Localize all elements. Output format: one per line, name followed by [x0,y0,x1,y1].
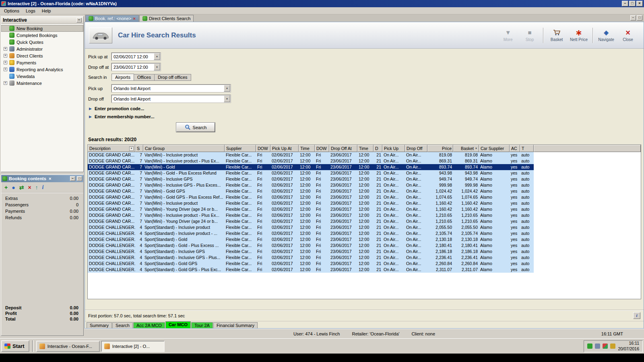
bottom-tab-car-mco[interactable]: Car MCO [165,321,191,328]
bottom-tab-financial-summary[interactable]: Financial Summary [213,322,258,328]
search-in-offices[interactable]: Offices [134,74,155,81]
tray-printer-icon[interactable] [595,343,600,349]
bottom-tab-tour-2a[interactable]: Tour 2A [191,322,213,328]
column-header-ac[interactable]: AC [510,145,520,152]
table-row[interactable]: DODGE CHALLENGER...4Sport(Standard) - Go… [88,243,641,249]
booking-promote-button[interactable]: ↑ [35,185,38,190]
table-row[interactable]: DODGE GRAND CAR...7Van(Mini) - Young Dri… [88,206,641,212]
table-row[interactable]: DODGE GRAND CAR...7Van(Mini) - Young Dri… [88,218,641,224]
promo-code-expander[interactable]: Enter promotion code... [89,105,644,111]
table-row[interactable]: DODGE GRAND CAR...7Van(Mini) - Inclusive… [88,200,641,206]
sidebar-item-maintenance[interactable]: +Maintenance [1,80,83,86]
panel-collapse-button[interactable] [76,18,82,23]
table-row[interactable]: DODGE GRAND CAR...7Van(Mini) - Inclusive… [88,176,641,182]
search-in-airports[interactable]: Airports [111,74,134,81]
table-row[interactable]: DODGE CHALLENGER...4Sport(Standard) - In… [88,255,641,261]
table-row[interactable]: DODGE CHALLENGER...4Sport(Standard) - Go… [88,267,641,273]
column-header-supplier[interactable]: Supplier [225,145,256,152]
sidebar-item-quick-quotes[interactable]: Quick Quotes [1,39,83,45]
booking-delete-button[interactable]: × [28,185,31,190]
column-header-dow[interactable]: DOW [315,145,329,152]
doc-tab-book-ref-none[interactable]: Book. ref.: <none>× [85,15,139,22]
column-header-pick-up[interactable]: Pick Up [382,145,405,152]
table-row[interactable]: DODGE CHALLENGER...4Sport(Standard) - In… [88,224,641,230]
close-tab-icon[interactable]: × [133,16,136,21]
expand-plus-icon[interactable]: + [4,81,7,85]
toolbar-close-button[interactable]: ×Close [619,29,636,42]
table-row[interactable]: DODGE CHALLENGER...4Sport(Standard) - Go… [88,261,641,267]
expand-plus-icon[interactable]: + [4,54,7,58]
column-header-time[interactable]: Time [299,145,315,152]
booking-minimize-button[interactable] [70,176,75,181]
menu-logs[interactable]: Logs [23,8,39,14]
tray-network-icon[interactable] [587,343,592,349]
search-in-drop-off-offices[interactable]: Drop off offices [155,74,191,81]
menu-help[interactable]: Help [39,8,54,14]
tray-volume-icon[interactable] [610,343,615,349]
bottom-tab-summary[interactable]: Summary [87,322,112,328]
table-row[interactable]: DODGE CHALLENGER...4Sport(Standard) - In… [88,230,641,237]
table-row[interactable]: DODGE CHALLENGER...4Sport(Standard) - Go… [88,237,641,243]
chevron-down-icon[interactable] [154,53,160,60]
table-row[interactable]: DODGE GRAND CAR...7Van(Mini) - Gold GPSF… [88,188,641,194]
toolbar-nett-price-button[interactable]: ∗Nett Price [570,29,588,42]
toolbar-navigate-button[interactable]: ◈Navigate [598,29,615,42]
start-button[interactable]: Start [1,340,29,352]
maximize-button[interactable] [629,1,636,6]
sidebar-item-payments[interactable]: +Payments [1,59,83,66]
booking-info-button[interactable]: i [42,185,44,190]
booking-add-button[interactable]: + [4,185,8,190]
column-header-d[interactable]: D [374,145,382,152]
column-header-car-group[interactable]: Car Group [143,145,225,152]
booking-transfer-button[interactable]: ⇄ [19,185,24,190]
sidebar-item-reporting-and-analytics[interactable]: +Reporting and Analytics [1,66,83,73]
booking-close-icon[interactable] [49,176,51,181]
membership-expander[interactable]: Enter membership number... [89,113,644,119]
column-header-drop-off-at[interactable]: Drop Off At [329,145,357,152]
column-header-pick-up-at[interactable]: Pick Up At [270,145,299,152]
column-header-dow[interactable]: DOW [256,145,270,152]
table-row[interactable]: DODGE GRAND CAR...7Van(Mini) - Inclusive… [88,152,641,158]
expand-plus-icon[interactable]: + [4,61,7,64]
sidebar-item-completed-bookings[interactable]: Completed Bookings [1,32,83,39]
mdi-maximize-button[interactable] [637,15,642,21]
table-row[interactable]: DODGE GRAND CAR...7Van(Mini) - Gold - Pl… [88,170,641,176]
sidebar-item-administrator[interactable]: +Administrator [1,45,83,52]
sidebar-item-new-booking[interactable]: New Booking [1,25,83,32]
booking-world-button[interactable]: ● [12,185,15,190]
chevron-down-icon[interactable] [154,64,160,70]
column-header-car-supplier[interactable]: Car Supplier [479,145,510,152]
table-row[interactable]: DODGE GRAND CAR...7Van(Mini) - Inclusive… [88,212,641,218]
dropoff-at-combobox[interactable]: 23/06/2017 12:00 [111,63,161,71]
column-header-description[interactable]: Description▼ [88,145,135,152]
column-header-time[interactable]: Time [357,145,374,152]
table-row[interactable]: DODGE CHALLENGER...4Sport(Standard) - In… [88,249,641,255]
mdi-minimize-button[interactable] [630,15,636,21]
chevron-down-icon[interactable] [224,95,230,102]
booking-maximize-button[interactable] [77,176,82,181]
column-header-basket[interactable]: Basket▼ [453,145,479,152]
filter-icon[interactable]: ▼ [129,146,134,151]
sidebar-item-viewdata[interactable]: Viewdata [1,73,83,80]
toolbar-basket-button[interactable]: Basket [548,29,565,42]
table-row[interactable]: DODGE GRAND CAR...7Van(Mini) - Inclusive… [88,158,641,164]
bottom-tab-search[interactable]: Search [112,322,133,328]
close-button[interactable] [636,1,643,6]
doc-tab-direct-clients-search[interactable]: Direct Clients Search [139,15,194,22]
table-row[interactable]: DODGE GRAND CAR...7Van(Mini) - Gold GPS … [88,194,641,200]
taskbar-window-interactive-ocean-f[interactable]: Interactive - Ocean-F... [36,341,100,352]
column-header-t[interactable]: T [520,145,534,152]
expand-plus-icon[interactable]: + [4,47,7,51]
column-header-drop-off[interactable]: Drop Off [405,145,427,152]
pickup-at-combobox[interactable]: 02/06/2017 12:00 [111,53,161,60]
column-header-s[interactable]: S [135,145,143,152]
expand-plus-icon[interactable]: + [4,68,7,71]
dropoff-combobox[interactable]: Orlando Intl Airport [111,95,231,103]
sidebar-item-direct-clients[interactable]: +Direct Clients [1,52,83,59]
column-header-price[interactable]: Price [427,145,453,152]
menu-options[interactable]: Options [1,8,23,14]
table-row[interactable]: DODGE GRAND CAR...7Van(Mini) - GoldFlexi… [88,164,641,170]
tray-app-icon[interactable] [603,343,608,349]
pickup-combobox[interactable]: Orlando Intl Airport [111,84,231,92]
chevron-down-icon[interactable] [224,85,230,92]
